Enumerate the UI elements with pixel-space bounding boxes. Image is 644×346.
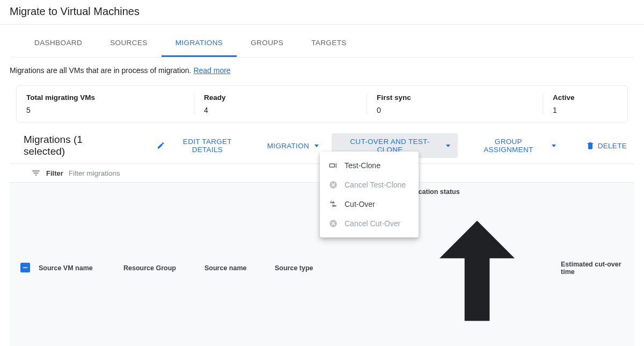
svg-rect-3 [23,267,27,268]
edit-target-details-button[interactable]: EDIT TARGET DETAILS [149,133,254,158]
stat-ready-label: Ready [204,93,357,102]
stat-first-sync-label: First sync [377,93,533,102]
tab-targets[interactable]: TARGETS [297,29,361,57]
menu-cut-over-label: Cut-Over [345,200,375,208]
page-title: Migrate to Virtual Machines [10,5,634,18]
menu-cancel-test-clone: Cancel Test-Clone [320,175,419,194]
select-all-checkbox[interactable] [20,263,30,272]
tab-migrations[interactable]: MIGRATIONS [162,29,237,57]
menu-cancel-cut-over: Cancel Cut-Over [320,214,419,233]
stat-active-value: 1 [553,106,575,114]
svg-rect-0 [330,164,334,167]
stats-card: Total migrating VMs 5 Ready 4 First sync… [16,85,628,122]
migration-dropdown-button[interactable]: MIGRATION [260,138,326,154]
col-replication-status[interactable]: Replication status [398,183,557,347]
stat-first-sync-value: 0 [377,106,533,114]
col-resource-group[interactable]: Resource Group [119,183,200,347]
description-text: Migrations are all VMs that are in proce… [10,66,193,75]
col-source-vm-name[interactable]: Source VM name [34,183,119,347]
menu-test-clone[interactable]: Test-Clone [320,156,419,175]
migration-label: MIGRATION [267,142,309,150]
toolbar-title: Migrations (1 selected) [24,134,123,157]
col-status-label-partial: cation status [419,188,460,196]
page-description: Migrations are all VMs that are in proce… [0,57,644,79]
cancel-icon [328,180,338,190]
delete-icon [586,141,595,150]
delete-label: DELETE [598,142,627,150]
read-more-link[interactable]: Read more [193,66,230,75]
filter-icon[interactable] [31,168,41,178]
menu-test-clone-label: Test-Clone [345,161,380,170]
filter-label: Filter [46,169,63,177]
stat-total: Total migrating VMs 5 [17,93,194,114]
sort-asc-icon [402,340,552,346]
page-header: Migrate to Virtual Machines [0,0,644,25]
group-assignment-label: GROUP ASSIGNMENT [471,138,546,154]
cutover-dropdown-menu: Test-Clone Cancel Test-Clone Cut-Over Ca… [320,152,419,237]
edit-icon [157,141,165,150]
menu-cancel-cut-over-label: Cancel Cut-Over [345,219,400,228]
col-source-name[interactable]: Source name [200,183,270,347]
col-estimated-cutover-time[interactable]: Estimated cut-over time [557,183,634,347]
stat-ready: Ready 4 [194,93,367,114]
tab-groups[interactable]: GROUPS [237,29,297,57]
table-toolbar: Migrations (1 selected) EDIT TARGET DETA… [0,122,644,163]
menu-cancel-test-clone-label: Cancel Test-Clone [345,181,406,189]
edit-target-details-label: EDIT TARGET DETAILS [168,138,247,154]
stat-total-label: Total migrating VMs [26,93,184,102]
group-assignment-dropdown-button[interactable]: GROUP ASSIGNMENT [463,133,564,158]
cut-over-icon [328,199,338,209]
main-tabs: DASHBOARD SOURCES MIGRATIONS GROUPS TARG… [11,29,633,57]
menu-cut-over[interactable]: Cut-Over [320,194,419,214]
stat-active: Active 1 [543,93,584,114]
stat-total-value: 5 [26,106,184,114]
test-clone-icon [328,161,338,170]
tab-sources[interactable]: SOURCES [96,29,162,57]
stat-active-label: Active [553,93,575,102]
cancel-icon [328,219,338,228]
tab-dashboard[interactable]: DASHBOARD [20,29,96,57]
stat-first-sync: First sync 0 [367,93,543,114]
stat-ready-value: 4 [204,106,357,114]
delete-button[interactable]: DELETE [579,137,634,154]
